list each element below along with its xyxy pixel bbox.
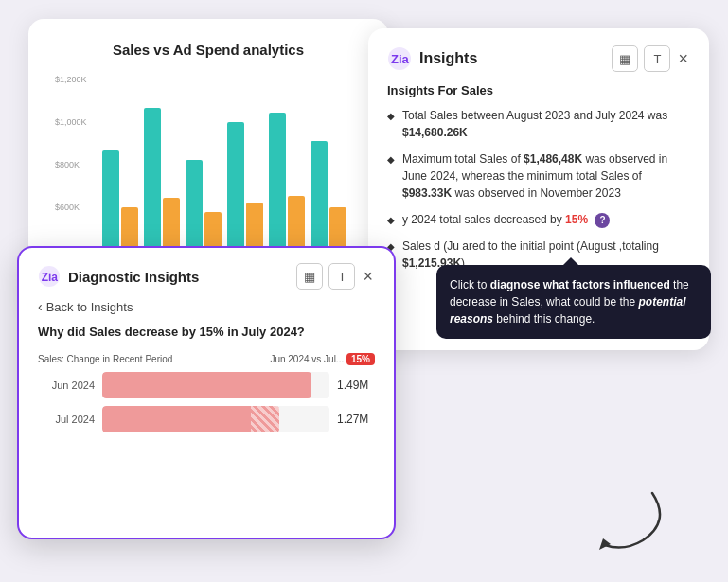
back-link-label: Back to Insights: [46, 300, 133, 314]
arrow-decoration: [586, 484, 671, 563]
bar-teal: [311, 141, 328, 255]
diamond-icon: ◆: [387, 213, 395, 228]
bar-row-jul: Jul 2024 1.27M: [38, 406, 375, 432]
diag-bar-chart-icon: ▦: [304, 270, 315, 284]
percentage-badge: 15%: [346, 353, 375, 365]
diagnostic-question: Why did Sales decrease by 15% in July 20…: [38, 324, 375, 341]
bg-chart-title: Sales vs Ad Spend analytics: [55, 42, 362, 58]
bar-label-jun: Jun 2024: [38, 379, 95, 391]
diag-header: Zia Diagnostic Insights ▦ T ×: [38, 263, 375, 290]
text-icon-button[interactable]: T: [644, 45, 670, 72]
zia-diag-logo-icon: Zia: [38, 265, 61, 288]
bar-group: [144, 108, 180, 255]
diagnostic-panel-title: Diagnostic Insights: [68, 269, 199, 285]
diag-text-icon: T: [339, 270, 346, 284]
bar-chart-icon-button[interactable]: ▦: [612, 45, 638, 72]
insight-item-3: ◆ y 2024 total sales decreased by 15% ?: [387, 211, 690, 228]
bar-teal: [102, 150, 119, 255]
bar-label-jul: Jul 2024: [38, 414, 95, 425]
diagnostic-close-button[interactable]: ×: [361, 267, 375, 287]
svg-text:Zia: Zia: [42, 271, 59, 284]
chart-label: Sales: Change in Recent Period: [38, 354, 172, 364]
y-label-3: $800K: [55, 160, 87, 169]
diamond-icon: ◆: [387, 152, 395, 202]
panel-title-row: Zia Insights: [387, 46, 477, 71]
bars-container: [102, 75, 346, 255]
bar-hatched-pattern: [251, 406, 279, 432]
bar-row-jun: Jun 2024 1.49M: [38, 372, 375, 398]
y-label-1: $1,200K: [55, 75, 87, 84]
bar-track-jun: [102, 372, 329, 398]
bar-group: [227, 122, 263, 255]
back-arrow-icon: ‹: [38, 299, 43, 314]
diagnostic-panel: Zia Diagnostic Insights ▦ T × ‹ Back to …: [17, 246, 396, 539]
bar-teal: [227, 122, 244, 255]
diag-panel-actions: ▦ T ×: [296, 263, 375, 290]
bar-group: [311, 141, 346, 255]
insights-panel-title: Insights: [419, 50, 477, 67]
bar-group: [102, 150, 138, 255]
diag-text-button[interactable]: T: [328, 263, 355, 290]
text-icon: T: [654, 52, 662, 66]
y-axis: $1,200K $1,000K $800K $600K $400K: [55, 75, 87, 255]
bar-fill-jul: [102, 406, 279, 432]
bar-teal: [186, 160, 203, 255]
bar-group: [186, 160, 222, 255]
y-label-4: $600K: [55, 203, 87, 212]
svg-text:Zia: Zia: [391, 52, 410, 66]
bar-fill-jun: [102, 372, 311, 398]
bar-value-jun: 1.49M: [337, 379, 375, 392]
bar-value-jul: 1.27M: [337, 413, 375, 426]
insight-item-2: ◆ Maximum total Sales of $1,486,48K was …: [387, 150, 690, 202]
chart-label-row: Sales: Change in Recent Period Jun 2024 …: [38, 354, 375, 364]
bar-group: [269, 113, 305, 255]
bar-chart-icon: ▦: [619, 52, 630, 66]
bar-teal: [144, 108, 161, 255]
diamond-icon: ◆: [387, 109, 395, 141]
insights-subtitle: Insights For Sales: [387, 83, 690, 97]
bar-track-jul: [102, 406, 329, 432]
tooltip-popup: Click to diagnose what factors influence…: [436, 265, 711, 339]
panel-header: Zia Insights ▦ T ×: [387, 45, 690, 72]
chart-area: $1,200K $1,000K $800K $600K $400K: [55, 75, 362, 255]
insight-item-1: ◆ Total Sales between August 2023 and Ju…: [387, 107, 690, 141]
back-to-insights-link[interactable]: ‹ Back to Insights: [38, 299, 375, 314]
panel-actions: ▦ T ×: [612, 45, 690, 72]
svg-marker-2: [599, 538, 611, 550]
diagnose-badge[interactable]: ?: [595, 213, 610, 228]
insights-close-button[interactable]: ×: [676, 49, 690, 69]
bar-teal: [269, 113, 286, 255]
chart-comparison: Jun 2024 vs Jul...: [270, 354, 344, 364]
y-label-2: $1,000K: [55, 117, 87, 127]
diag-bar-chart-button[interactable]: ▦: [296, 263, 323, 290]
diag-title-row: Zia Diagnostic Insights: [38, 265, 199, 288]
zia-logo-icon: Zia: [387, 46, 412, 71]
